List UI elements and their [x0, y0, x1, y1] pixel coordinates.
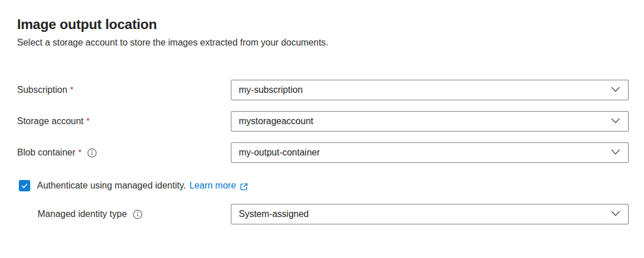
- managed-identity-checkbox[interactable]: [19, 180, 30, 191]
- storage-account-label-group: Storage account *: [17, 116, 231, 126]
- info-icon[interactable]: [87, 148, 97, 158]
- required-asterisk: *: [87, 116, 90, 125]
- checkmark-icon: [21, 182, 28, 190]
- learn-more-link[interactable]: Learn more: [189, 181, 236, 191]
- managed-identity-type-label-group: Managed identity type: [17, 209, 231, 219]
- page-title: Image output location: [17, 16, 629, 33]
- subscription-dropdown-value: my-subscription: [239, 85, 303, 95]
- storage-account-dropdown-value: mystorageaccount: [239, 116, 313, 126]
- managed-identity-checkbox-label: Authenticate using managed identity.: [37, 181, 186, 191]
- storage-account-label: Storage account: [17, 116, 84, 126]
- subscription-label: Subscription: [17, 85, 67, 95]
- field-row-storage-account: Storage account * mystorageaccount: [17, 111, 629, 132]
- blob-container-label-group: Blob container *: [17, 148, 231, 158]
- managed-identity-type-dropdown-value: System-assigned: [239, 209, 309, 219]
- chevron-down-icon: [611, 85, 620, 95]
- page-subtitle: Select a storage account to store the im…: [17, 36, 629, 48]
- info-icon[interactable]: [133, 210, 142, 219]
- field-row-subscription: Subscription * my-subscription: [17, 80, 629, 100]
- external-link-icon: [239, 182, 248, 191]
- managed-identity-type-dropdown[interactable]: System-assigned: [231, 204, 629, 224]
- storage-account-dropdown[interactable]: mystorageaccount: [231, 111, 629, 132]
- field-row-managed-identity-type: Managed identity type System-assigned: [17, 204, 629, 224]
- blob-container-label: Blob container: [17, 148, 75, 158]
- blob-container-dropdown-value: my-output-container: [239, 148, 320, 158]
- managed-identity-type-label: Managed identity type: [38, 209, 127, 219]
- field-row-blob-container: Blob container * my-output-container: [17, 142, 629, 163]
- image-output-location-panel: Image output location Select a storage a…: [0, 0, 644, 224]
- subscription-label-group: Subscription *: [17, 85, 231, 95]
- required-asterisk: *: [78, 147, 81, 157]
- subscription-dropdown[interactable]: my-subscription: [231, 80, 629, 100]
- blob-container-dropdown[interactable]: my-output-container: [231, 142, 629, 163]
- chevron-down-icon: [611, 209, 620, 219]
- storage-form: Subscription * my-subscription Storage a…: [17, 80, 629, 163]
- chevron-down-icon: [611, 148, 620, 158]
- required-asterisk: *: [70, 84, 74, 94]
- managed-identity-checkbox-row: Authenticate using managed identity. Lea…: [17, 180, 629, 191]
- chevron-down-icon: [611, 116, 620, 126]
